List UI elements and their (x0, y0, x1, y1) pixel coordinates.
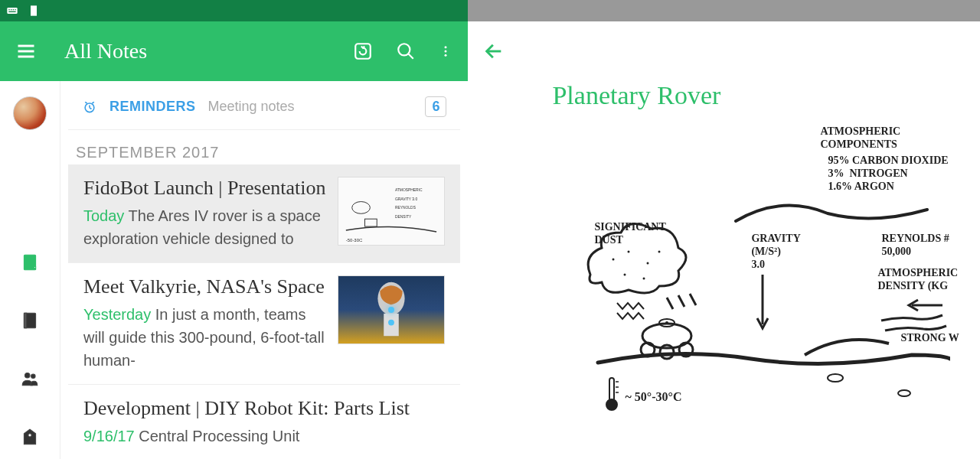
svg-rect-9 (356, 44, 371, 59)
reminder-clock-icon (82, 99, 97, 115)
search-icon[interactable] (396, 41, 416, 61)
svg-point-10 (399, 44, 410, 55)
note-title: FidoBot Launch | Presentation (83, 177, 325, 200)
note-snippet: Yesterday In just a month, teams will gu… (83, 303, 325, 372)
tags-rail-icon[interactable] (20, 427, 40, 447)
svg-point-19 (31, 374, 35, 378)
keyboard-status-icon (6, 5, 18, 17)
note-detail-pane: Planetary Rover (468, 0, 980, 459)
reminders-count: 6 (425, 96, 446, 117)
note-card[interactable]: Development | DIY Robot Kit: Parts List … (68, 385, 460, 459)
svg-line-43 (667, 298, 673, 309)
svg-line-45 (690, 294, 696, 305)
svg-point-55 (606, 399, 617, 410)
note-heading: Planetary Rover (552, 81, 950, 110)
sketch-canvas: ATMOSPHERIC COMPONENTS 95% CARBON DIOXID… (552, 125, 950, 431)
svg-rect-17 (24, 313, 26, 328)
reminders-bar[interactable]: REMINDERS Meeting notes 6 (68, 84, 460, 130)
svg-point-38 (628, 251, 630, 253)
note-card[interactable]: FidoBot Launch | Presentation Today The … (68, 164, 460, 263)
svg-text:-50-30C: -50-30C (346, 238, 363, 243)
svg-line-44 (678, 295, 684, 307)
detail-header (468, 21, 980, 81)
svg-rect-3 (13, 9, 14, 10)
annotation-reynolds: REYNOLDS # 50,000 (881, 233, 949, 259)
page-title: All Notes (64, 39, 353, 63)
note-title: Meet Valkyrie, NASA's Space (83, 275, 325, 298)
note-date: Today (83, 207, 124, 224)
svg-rect-4 (15, 9, 15, 10)
svg-point-41 (624, 274, 626, 276)
note-card[interactable]: Meet Valkyrie, NASA's Space Yesterday In… (68, 263, 460, 385)
app-bar: All Notes (0, 21, 468, 81)
svg-point-60 (898, 390, 910, 396)
svg-rect-2 (11, 9, 11, 10)
section-header: SEPTEMBER 2017 (60, 130, 468, 164)
svg-line-11 (409, 54, 414, 59)
svg-point-40 (658, 251, 661, 253)
sync-icon[interactable] (353, 41, 373, 61)
note-date: 9/16/17 (83, 428, 135, 444)
notebooks-rail-icon[interactable] (20, 311, 40, 330)
svg-text:GRAVITY 3.0: GRAVITY 3.0 (395, 197, 418, 201)
svg-point-18 (25, 373, 31, 378)
svg-point-48 (665, 321, 668, 324)
shared-rail-icon[interactable] (20, 369, 40, 389)
svg-rect-5 (8, 11, 15, 12)
note-body[interactable]: Planetary Rover (468, 81, 980, 459)
side-rail (0, 81, 60, 459)
annotation-strong: STRONG W (900, 332, 959, 345)
svg-point-37 (612, 259, 615, 261)
svg-text:DENSITY: DENSITY (395, 215, 412, 219)
note-date: Yesterday (83, 306, 151, 323)
svg-rect-0 (7, 8, 17, 14)
svg-point-42 (643, 278, 645, 280)
detail-status-bar (468, 0, 980, 21)
svg-point-13 (445, 50, 447, 53)
note-list: REMINDERS Meeting notes 6 SEPTEMBER 2017… (60, 81, 468, 459)
svg-point-26 (352, 202, 371, 214)
reminders-subtext: Meeting notes (208, 99, 295, 115)
svg-text:ATMOSPHERIC: ATMOSPHERIC (395, 188, 423, 192)
svg-point-59 (828, 374, 843, 382)
annotation-temp: ~ 50°-30°C (625, 389, 681, 404)
note-snippet: Today The Ares IV rover is a space explo… (83, 204, 325, 250)
svg-rect-54 (609, 378, 614, 401)
svg-point-20 (28, 434, 31, 437)
svg-point-39 (647, 262, 649, 265)
svg-line-24 (85, 102, 87, 103)
annotation-gravity: GRAVITY (M/S²) 3.0 (751, 233, 800, 271)
storage-status-icon (28, 5, 40, 17)
svg-text:REYNOLDS: REYNOLDS (395, 206, 416, 210)
note-title: Development | DIY Robot Kit: Parts List (83, 397, 445, 420)
svg-point-12 (445, 46, 447, 48)
annotation-dust: SIGNIFICANT DUST (594, 221, 665, 247)
svg-point-35 (389, 320, 395, 326)
notes-rail-icon[interactable] (20, 252, 40, 272)
menu-button[interactable] (15, 41, 37, 62)
svg-point-14 (445, 54, 447, 57)
note-snippet: 9/16/17 Central Processing Unit (83, 425, 445, 448)
note-list-pane: All Notes (0, 0, 468, 459)
overflow-menu-icon[interactable] (439, 41, 452, 61)
android-status-bar (0, 0, 468, 21)
back-button[interactable] (483, 41, 505, 62)
reminders-label: REMINDERS (109, 99, 196, 115)
note-thumbnail: ATMOSPHERIC GRAVITY 3.0 REYNOLDS DENSITY… (338, 177, 445, 246)
annotation-atmo-lines: 95% CARBON DIOXIDE 3% NITROGEN 1.6% ARGO… (828, 155, 948, 193)
avatar[interactable] (13, 96, 47, 130)
svg-rect-1 (8, 9, 9, 10)
annotation-density: ATMOSPHERIC DENSITY (KG (877, 267, 958, 293)
svg-rect-27 (365, 219, 377, 226)
annotation-atmo-header: ATMOSPHERIC COMPONENTS (820, 125, 900, 151)
svg-line-25 (92, 102, 94, 103)
note-thumbnail (338, 275, 445, 344)
svg-line-23 (90, 107, 92, 109)
